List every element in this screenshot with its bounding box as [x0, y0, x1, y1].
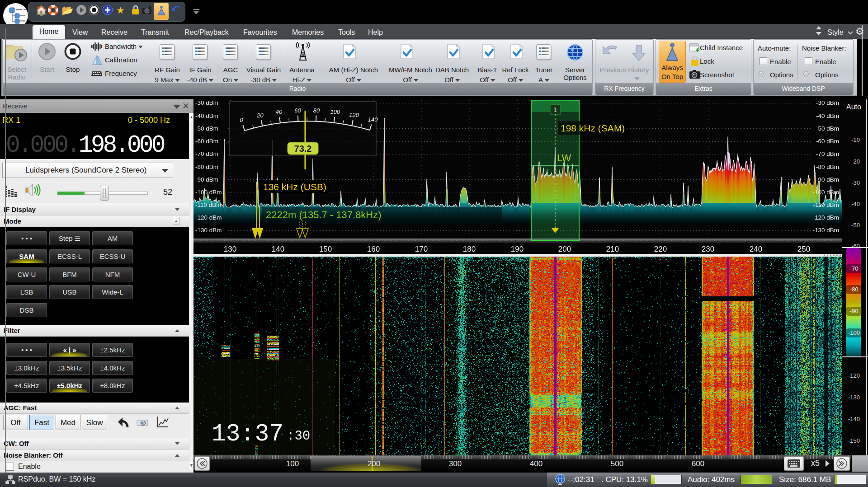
svg-text:140: 140	[368, 116, 378, 123]
svg-text:-40 dBm: -40 dBm	[816, 112, 839, 119]
svg-text:-90 dBm: -90 dBm	[195, 176, 218, 183]
svg-text:160: 160	[367, 245, 380, 253]
svg-text:250: 250	[797, 245, 810, 253]
svg-text:80: 80	[313, 107, 320, 114]
svg-text:60: 60	[294, 107, 301, 114]
svg-text:1: 1	[553, 106, 557, 113]
svg-text:130: 130	[224, 245, 236, 253]
svg-text:-90 dBm: -90 dBm	[816, 176, 839, 183]
svg-text:210: 210	[606, 245, 619, 253]
svg-text:198 kHz (SAM): 198 kHz (SAM)	[561, 123, 625, 133]
svg-text:220: 220	[654, 245, 667, 253]
svg-text:-100 dBm: -100 dBm	[812, 189, 839, 196]
svg-text:-70 dBm: -70 dBm	[195, 150, 218, 157]
svg-text:-110 dBm: -110 dBm	[813, 201, 839, 208]
svg-text:230: 230	[702, 245, 714, 253]
svg-text:0: 0	[240, 117, 244, 123]
svg-text:-60 dBm: -60 dBm	[195, 138, 218, 145]
svg-text:170: 170	[415, 245, 428, 253]
svg-text:240: 240	[750, 245, 762, 253]
svg-text:140: 140	[272, 245, 284, 253]
svg-text:120: 120	[349, 112, 359, 118]
svg-text:-130 dBm: -130 dBm	[812, 227, 839, 234]
svg-text:-130 dBm: -130 dBm	[195, 227, 222, 234]
svg-text:-80 dBm: -80 dBm	[195, 164, 218, 170]
svg-text:-120 dBm: -120 dBm	[195, 214, 222, 221]
svg-text:-30 dBm: -30 dBm	[816, 99, 839, 106]
svg-text:-40 dBm: -40 dBm	[195, 112, 218, 119]
svg-text:LW: LW	[557, 152, 571, 164]
svg-text:20: 20	[256, 112, 264, 119]
svg-text:100: 100	[330, 108, 340, 115]
svg-text:136 kHz (USB): 136 kHz (USB)	[263, 182, 326, 192]
svg-text:-60 dBm: -60 dBm	[816, 138, 839, 145]
svg-text:-70 dBm: -70 dBm	[816, 150, 839, 157]
svg-text:-120 dBm: -120 dBm	[812, 214, 839, 221]
svg-text:-80 dBm: -80 dBm	[816, 164, 839, 170]
svg-text:-100 dBm: -100 dBm	[195, 189, 222, 196]
svg-text:150: 150	[319, 245, 332, 253]
svg-text:-110 dBm: -110 dBm	[195, 201, 222, 208]
svg-text:180: 180	[463, 245, 476, 253]
svg-text:-30 dBm: -30 dBm	[195, 99, 218, 106]
svg-text:2222m (135.7 - 137.8kHz): 2222m (135.7 - 137.8kHz)	[266, 209, 382, 220]
svg-text:-50 dBm: -50 dBm	[195, 125, 218, 132]
svg-text:40: 40	[276, 108, 283, 115]
svg-text:73.2: 73.2	[294, 144, 312, 154]
svg-text:-50 dBm: -50 dBm	[816, 125, 839, 132]
svg-text:190: 190	[511, 245, 524, 253]
svg-text:200: 200	[558, 245, 571, 253]
